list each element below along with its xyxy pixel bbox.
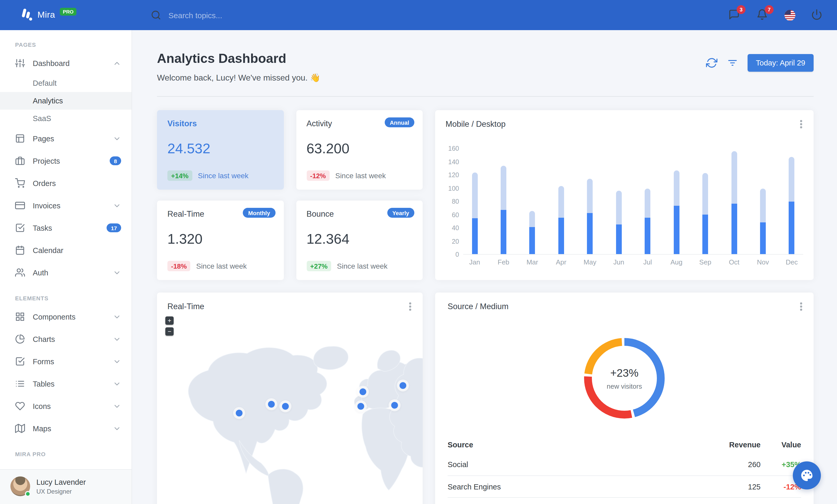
chevron-down-icon xyxy=(113,268,121,277)
sidebar-subitem-analytics[interactable]: Analytics xyxy=(0,92,131,110)
table-row[interactable]: Direct 164 +46% xyxy=(448,497,801,504)
count-badge: 8 xyxy=(110,156,121,165)
bar-feb[interactable]: Feb xyxy=(492,148,515,254)
desktop-segment xyxy=(674,171,679,206)
mobile-desktop-chart-card: Mobile / Desktop 020406080100120140160 J… xyxy=(435,110,814,280)
stat-note: Since last week xyxy=(198,171,249,180)
x-axis-label: Mar xyxy=(527,258,538,266)
map-marker[interactable] xyxy=(236,409,243,416)
sidebar-item-invoices[interactable]: Invoices xyxy=(0,194,131,217)
period-badge[interactable]: Annual xyxy=(385,117,414,127)
sidebar-item-maps[interactable]: Maps xyxy=(0,417,131,440)
bar-jul[interactable]: Jul xyxy=(636,148,659,254)
palette-icon xyxy=(800,469,814,482)
filter-button[interactable] xyxy=(727,57,738,69)
more-options-icon[interactable] xyxy=(796,301,806,312)
period-badge[interactable]: Monthly xyxy=(243,208,275,218)
bar-oct[interactable]: Oct xyxy=(723,148,746,254)
check-square-icon xyxy=(15,356,25,366)
sidebar-item-auth[interactable]: Auth xyxy=(0,261,131,284)
map-marker[interactable] xyxy=(357,403,364,410)
sliders-icon xyxy=(15,58,25,68)
map-marker[interactable] xyxy=(391,402,398,409)
sidebar-item-projects[interactable]: Projects8 xyxy=(0,150,131,172)
navbar-search[interactable] xyxy=(151,10,292,20)
stat-value: 24.532 xyxy=(167,141,273,157)
search-input[interactable] xyxy=(167,10,292,20)
col-value: Value xyxy=(761,441,801,449)
bar-may[interactable]: May xyxy=(578,148,602,254)
map-marker[interactable] xyxy=(399,382,406,389)
sidebar-item-label: Maps xyxy=(33,424,113,432)
source-table: Source Revenue Value Social 260 +35% Sea… xyxy=(448,436,801,504)
bar-aug[interactable]: Aug xyxy=(665,148,688,254)
notifications-button[interactable]: 7 xyxy=(756,9,769,21)
sidebar-item-tasks[interactable]: Tasks17 xyxy=(0,217,131,239)
table-row[interactable]: Social 260 +35% xyxy=(448,453,801,475)
sign-out-button[interactable] xyxy=(811,9,823,21)
sidebar-item-pages[interactable]: Pages xyxy=(0,127,131,150)
x-axis-label: Apr xyxy=(556,258,566,266)
zoom-in-button[interactable]: + xyxy=(165,316,174,325)
zoom-out-button[interactable]: − xyxy=(165,327,174,336)
search-icon xyxy=(151,10,161,20)
bar-jun[interactable]: Jun xyxy=(607,148,630,254)
bar-apr[interactable]: Apr xyxy=(550,148,573,254)
online-status-dot xyxy=(25,491,31,497)
bar-sep[interactable]: Sep xyxy=(694,148,717,254)
sidebar-user[interactable]: Lucy Lavender UX Designer xyxy=(0,469,131,504)
bar-jan[interactable]: Jan xyxy=(463,148,486,254)
sidebar-item-tables[interactable]: Tables xyxy=(0,373,131,395)
language-flag-us[interactable] xyxy=(784,10,796,20)
sidebar-item-dashboard[interactable]: Dashboard xyxy=(0,52,131,74)
sidebar-section-title: MIRA PRO xyxy=(0,440,131,461)
theme-settings-fab[interactable] xyxy=(793,461,821,489)
sidebar-item-icons[interactable]: Icons xyxy=(0,395,131,417)
col-revenue: Revenue xyxy=(704,441,761,449)
y-axis-tick: 0 xyxy=(456,251,459,258)
sidebar-item-label: Dashboard xyxy=(33,59,113,67)
bar-mar[interactable]: Mar xyxy=(521,148,544,254)
y-axis-tick: 80 xyxy=(452,198,459,205)
map-marker[interactable] xyxy=(359,388,366,395)
chart-title: Mobile / Desktop xyxy=(435,110,814,129)
desktop-segment xyxy=(472,172,478,218)
sidebar-item-label: Forms xyxy=(33,357,113,366)
period-badge[interactable]: Yearly xyxy=(387,208,414,218)
row-revenue: 125 xyxy=(704,482,761,491)
sidebar-item-calendar[interactable]: Calendar xyxy=(0,239,131,261)
world-map[interactable] xyxy=(164,321,415,504)
map-marker[interactable] xyxy=(268,401,275,408)
sidebar-item-label: Calendar xyxy=(33,246,121,254)
check-square-icon xyxy=(15,223,25,233)
date-range-button[interactable]: Today: April 29 xyxy=(748,54,814,72)
x-axis-label: Sep xyxy=(699,258,711,266)
x-axis-label: Feb xyxy=(498,258,510,266)
row-source: Social xyxy=(448,460,704,469)
sidebar-item-components[interactable]: Components xyxy=(0,305,131,328)
table-row[interactable]: Search Engines 125 -12% xyxy=(448,475,801,497)
more-options-icon[interactable] xyxy=(405,301,415,312)
stat-card-activity: Activity Annual 63.200 -12% Since last w… xyxy=(296,110,423,190)
delta-chip: +27% xyxy=(306,261,331,271)
row-revenue: 260 xyxy=(704,460,761,469)
sidebar-subitem-default[interactable]: Default xyxy=(0,74,131,92)
map-icon xyxy=(15,424,25,433)
mobile-segment xyxy=(472,218,478,254)
more-options-icon[interactable] xyxy=(796,118,806,130)
source-medium-card: Source / Medium +23% new visitors Source… xyxy=(435,293,814,504)
users-icon xyxy=(15,267,25,278)
sidebar-item-charts[interactable]: Charts xyxy=(0,328,131,350)
messages-button[interactable]: 3 xyxy=(728,9,741,21)
stacked-bar-chart: 020406080100120140160 JanFebMarAprMayJun… xyxy=(446,149,803,255)
sidebar-item-forms[interactable]: Forms xyxy=(0,350,131,373)
sidebar-item-orders[interactable]: Orders xyxy=(0,172,131,194)
brand[interactable]: Mira PRO xyxy=(0,7,132,23)
row-source: Search Engines xyxy=(448,482,704,491)
map-marker[interactable] xyxy=(282,403,289,410)
sidebar-subitem-saas[interactable]: SaaS xyxy=(0,110,131,127)
bar-dec[interactable]: Dec xyxy=(780,148,803,254)
world-map-svg xyxy=(164,321,423,504)
refresh-button[interactable] xyxy=(706,57,717,69)
bar-nov[interactable]: Nov xyxy=(751,148,774,254)
